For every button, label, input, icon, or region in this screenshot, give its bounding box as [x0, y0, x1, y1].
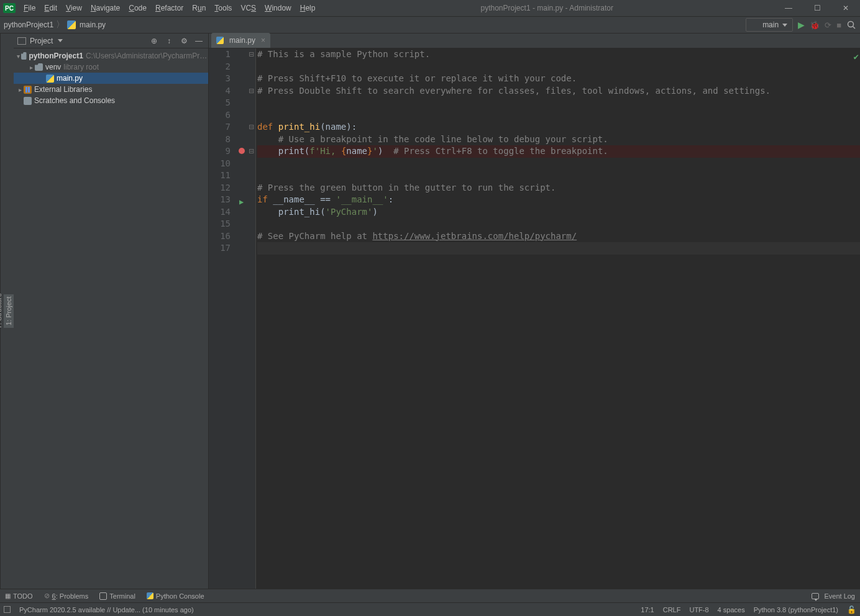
python-icon: [751, 21, 759, 29]
speech-bubble-icon: [812, 593, 819, 599]
close-tab-icon[interactable]: ×: [261, 36, 265, 45]
python-interpreter[interactable]: Python 3.8 (pythonProject1): [754, 606, 838, 614]
tab-main-py[interactable]: main.py ×: [211, 33, 270, 48]
terminal-icon: [99, 592, 107, 600]
breadcrumb-file[interactable]: main.py: [80, 20, 106, 29]
line-separator[interactable]: CRLF: [663, 606, 681, 614]
project-panel-header: Project ⊕ ↕ ⚙ —: [14, 34, 208, 48]
problems-tool-button[interactable]: ⊘6: Problems: [44, 592, 89, 600]
view-mode-dropdown-icon[interactable]: [58, 39, 63, 42]
project-panel-title[interactable]: Project: [30, 37, 53, 45]
search-everywhere-button[interactable]: [846, 20, 856, 30]
python-file-icon: [216, 37, 224, 44]
fold-gutter[interactable]: ⊟ ⊟ ⊟ ⊟: [247, 48, 256, 589]
bottom-toolwindow-bar: ▦TODO ⊘6: Problems Terminal Python Conso…: [0, 589, 860, 602]
status-message[interactable]: PyCharm 2020.2.5 available // Update... …: [19, 606, 194, 614]
window-title: pythonProject1 - main.py - Administrator: [319, 4, 774, 12]
pycharm-logo: PC: [3, 3, 16, 13]
breakpoint-icon[interactable]: [239, 148, 245, 154]
menu-view[interactable]: View: [62, 1, 86, 15]
project-tool-window: Project ⊕ ↕ ⚙ — ▾ pythonProject1 C:\User…: [14, 34, 209, 589]
python-file-icon: [67, 20, 76, 29]
project-tree[interactable]: ▾ pythonProject1 C:\Users\Administrator\…: [14, 48, 208, 108]
indent-widget[interactable]: 4 spaces: [718, 606, 745, 614]
todo-tool-button[interactable]: ▦TODO: [5, 592, 33, 600]
terminal-tool-button[interactable]: Terminal: [99, 592, 135, 600]
menu-code[interactable]: Code: [124, 1, 151, 15]
tree-main-py[interactable]: main.py: [14, 73, 208, 84]
project-tool-button[interactable]: 1: Project: [4, 294, 14, 328]
chevron-down-icon: [782, 24, 787, 27]
expand-all-button[interactable]: ↕: [163, 35, 175, 47]
python-icon: [147, 592, 153, 599]
event-log-button[interactable]: Event Log: [812, 592, 855, 600]
tree-scratches-consoles[interactable]: Scratches and Consoles: [14, 95, 208, 106]
menu-vcs[interactable]: VCS: [236, 1, 260, 15]
editor-tabs: main.py ×: [209, 34, 860, 48]
menu-help[interactable]: Help: [296, 1, 320, 15]
file-encoding[interactable]: UTF-8: [689, 606, 708, 614]
python-file-icon: [46, 75, 54, 83]
svg-point-0: [848, 22, 854, 27]
breadcrumb: pythonProject1 〉 main.py: [4, 19, 106, 30]
menu-tools[interactable]: Tools: [210, 1, 236, 15]
title-bar: PC File Edit View Navigate Code Refactor…: [0, 0, 860, 17]
main-area: 1: Project 7: Structure 2: Favorites ★ P…: [0, 34, 860, 589]
menu-edit[interactable]: Edit: [40, 1, 62, 15]
minimize-button[interactable]: —: [774, 0, 803, 17]
left-toolwindow-bar: 1: Project 7: Structure 2: Favorites ★: [0, 34, 14, 589]
menu-run[interactable]: Run: [188, 1, 210, 15]
run-config-selector[interactable]: main: [746, 18, 793, 32]
hide-panel-button[interactable]: —: [193, 35, 204, 47]
menu-navigate[interactable]: Navigate: [86, 1, 124, 15]
menu-bar: File Edit View Navigate Code Refactor Ru…: [19, 1, 319, 15]
menu-refactor[interactable]: Refactor: [151, 1, 188, 15]
structure-tool-button[interactable]: 7: Structure: [0, 291, 4, 332]
menu-window[interactable]: Window: [260, 1, 296, 15]
line-number-gutter[interactable]: 1234567891011121314151617: [209, 48, 236, 589]
editor-area: main.py × ✔ 1234567891011121314151617 ▶ …: [209, 34, 860, 589]
scratches-icon: [24, 97, 32, 105]
readonly-toggle-icon[interactable]: 🔓: [847, 605, 856, 614]
menu-file[interactable]: File: [19, 1, 40, 15]
maximize-button[interactable]: ☐: [803, 0, 831, 17]
debug-button[interactable]: 🐞: [810, 20, 820, 30]
folder-icon: [35, 63, 43, 71]
folder-icon: [21, 52, 27, 60]
window-controls: — ☐ ✕: [774, 0, 860, 17]
run-button[interactable]: ▶: [798, 20, 805, 30]
tab-label: main.py: [229, 36, 255, 45]
tree-external-libraries[interactable]: ▸ External Libraries: [14, 84, 208, 95]
svg-line-1: [853, 27, 856, 29]
locate-button[interactable]: ⊕: [149, 35, 160, 47]
breakpoint-gutter[interactable]: ▶: [236, 48, 247, 589]
breadcrumb-separator: 〉: [56, 19, 65, 30]
library-icon: [24, 86, 32, 94]
toolwindow-quicklist-icon[interactable]: [4, 606, 11, 613]
status-bar: PyCharm 2020.2.5 available // Update... …: [0, 602, 860, 616]
breadcrumb-project[interactable]: pythonProject1: [4, 20, 53, 29]
tree-project-root[interactable]: ▾ pythonProject1 C:\Users\Administrator\…: [14, 50, 208, 61]
stop-button[interactable]: ■: [836, 20, 841, 30]
project-view-icon: [17, 37, 26, 45]
close-button[interactable]: ✕: [831, 0, 860, 17]
panel-settings-button[interactable]: ⚙: [178, 35, 190, 47]
run-coverage-button[interactable]: ⟳: [825, 20, 831, 30]
python-console-tool-button[interactable]: Python Console: [147, 592, 204, 600]
run-config-label: main: [762, 20, 779, 29]
run-gutter-icon[interactable]: ▶: [236, 196, 247, 209]
code-content[interactable]: # This is a sample Python script. # Pres…: [256, 48, 860, 589]
tree-venv[interactable]: ▸ venv library root: [14, 61, 208, 73]
navigation-bar: pythonProject1 〉 main.py main ▶ 🐞 ⟳ ■: [0, 17, 860, 34]
caret-position[interactable]: 17:1: [641, 606, 654, 614]
code-editor[interactable]: ✔ 1234567891011121314151617 ▶ ⊟ ⊟ ⊟ ⊟ # …: [209, 48, 860, 589]
